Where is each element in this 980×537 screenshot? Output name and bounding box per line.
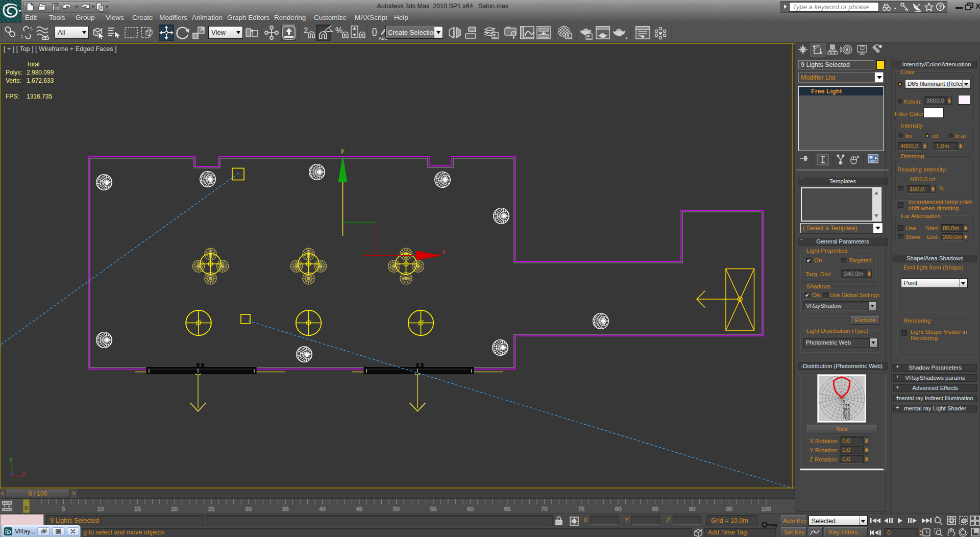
svg-text:55: 55 (430, 506, 437, 512)
svg-text:80: 80 (615, 506, 622, 512)
svg-text:5: 5 (62, 506, 65, 512)
svg-text:Verts:: Verts: (6, 77, 21, 84)
svg-text:z: z (10, 470, 13, 476)
svg-text:700: 700 (843, 416, 850, 421)
svg-text:y: y (10, 456, 13, 462)
svg-text:1.672.633: 1.672.633 (27, 77, 54, 84)
svg-text:%: % (335, 26, 342, 35)
svg-text:100: 100 (761, 506, 771, 512)
svg-text:x: x (22, 469, 26, 475)
svg-text:75: 75 (578, 506, 584, 512)
svg-text:0: 0 (24, 505, 28, 511)
svg-text:10: 10 (97, 506, 104, 512)
svg-text:40: 40 (319, 506, 326, 512)
svg-text:70: 70 (541, 506, 548, 512)
svg-text:95: 95 (726, 506, 732, 512)
svg-text:15: 15 (134, 506, 141, 512)
svg-text:45: 45 (356, 506, 363, 512)
svg-text:50: 50 (393, 506, 400, 512)
svg-text:65: 65 (504, 506, 511, 512)
svg-text:FPS:: FPS: (6, 93, 19, 100)
svg-text:x: x (442, 248, 446, 255)
svg-text:85: 85 (652, 506, 658, 512)
svg-text:y: y (340, 147, 345, 154)
svg-text:[ + ] [ Top ] [ Wireframe + Ed: [ + ] [ Top ] [ Wireframe + Edged Faces … (4, 45, 116, 53)
svg-text:20: 20 (171, 506, 178, 512)
svg-text:1316,735: 1316,735 (27, 93, 52, 100)
svg-text:Total: Total (27, 61, 39, 68)
svg-text:?: ? (939, 4, 942, 10)
svg-text:2: 2 (304, 26, 308, 34)
svg-text:90: 90 (689, 506, 696, 512)
svg-text:2.980.099: 2.980.099 (27, 69, 54, 76)
svg-text:60: 60 (467, 506, 474, 512)
svg-text:30: 30 (245, 506, 252, 512)
svg-text:Polys:: Polys: (6, 69, 22, 76)
svg-text:{}: {} (372, 27, 378, 36)
svg-text:35: 35 (282, 506, 289, 512)
svg-text:25: 25 (208, 506, 215, 512)
